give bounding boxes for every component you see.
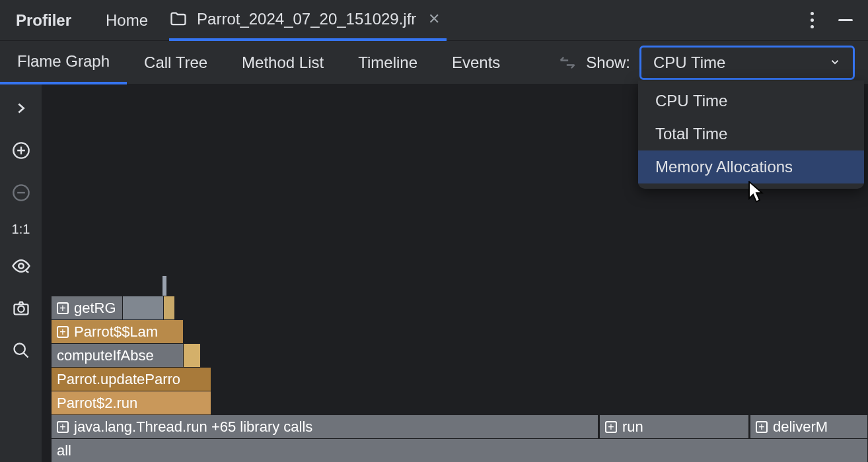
zoom-ratio-button[interactable]: 1:1 [12,222,30,237]
tab-flame-graph[interactable]: Flame Graph [0,41,127,84]
expand-icon[interactable]: + [605,421,617,433]
kebab-menu-icon[interactable] [805,11,819,30]
file-tab-label: Parrot_2024_07_20_151029.jfr [197,10,416,28]
mouse-cursor-icon [748,181,765,206]
file-tab[interactable]: Parrot_2024_07_20_151029.jfr ✕ [169,0,447,41]
flame-bar[interactable]: +run [600,414,749,438]
camera-icon[interactable] [8,295,34,321]
flame-bar-label: java.lang.Thread.run +65 library calls [74,418,312,436]
view-tabbar: Flame Graph Call Tree Method List Timeli… [0,41,868,84]
flame-bar[interactable]: +getRG [52,296,123,319]
flame-bar-label: computeIfAbse [57,347,154,364]
expand-right-icon[interactable] [8,95,34,121]
tab-method-list[interactable]: Method List [225,41,341,84]
flame-bar-label: Parrot$$Lam [74,323,158,341]
expand-icon[interactable]: + [57,421,69,433]
expand-icon[interactable]: + [57,302,69,314]
flame-bar-label: Parrot$2.run [57,395,137,412]
flame-bar-label: run [622,418,643,436]
flame-bar-label: Parrot.updateParro [57,371,180,388]
search-icon[interactable] [8,337,34,364]
svg-point-5 [14,344,24,354]
tab-timeline[interactable]: Timeline [341,41,435,84]
swap-icon[interactable] [554,50,581,76]
flame-bar[interactable] [164,296,175,319]
flame-bar-label: getRG [74,300,116,317]
show-selector-wrap: Show: CPU Time [586,46,855,80]
folder-icon [169,10,188,28]
show-option-memory-allocations[interactable]: Memory Allocations [638,150,864,183]
tab-events[interactable]: Events [435,41,517,84]
flame-bar[interactable]: Parrot$2.run [52,391,211,414]
flame-bar[interactable]: +Parrot$$Lam [52,319,184,343]
flame-bar[interactable]: all [52,438,868,462]
titlebar: Profiler Home Parrot_2024_07_20_151029.j… [0,0,868,41]
show-label: Show: [586,53,630,72]
home-tab[interactable]: Home [99,11,155,30]
flame-bar[interactable] [123,296,164,319]
flame-bar[interactable]: computeIfAbse [52,343,184,367]
svg-point-4 [18,306,24,312]
chevron-down-icon [829,53,841,72]
minimize-button[interactable] [836,11,855,30]
tab-call-tree[interactable]: Call Tree [127,41,225,84]
flame-bar-label: deliverM [773,418,828,436]
show-option-cpu-time[interactable]: CPU Time [638,84,864,117]
flame-bar-label: all [57,442,71,459]
flame-marker [163,276,166,296]
eye-icon[interactable] [8,253,34,279]
flame-bar[interactable] [184,343,201,367]
expand-icon[interactable]: + [756,421,768,433]
flame-bar[interactable]: +deliverM [750,414,868,438]
expand-icon[interactable]: + [57,326,69,338]
app-title: Profiler [16,11,71,30]
zoom-out-icon[interactable] [8,180,34,206]
svg-point-2 [18,263,24,269]
show-dropdown: CPU Time Total Time Memory Allocations [638,81,864,189]
flame-bar[interactable]: Parrot.updateParro [52,367,211,391]
left-toolbar: 1:1 [0,84,42,462]
titlebar-actions [805,11,855,30]
flame-bar[interactable]: +java.lang.Thread.run +65 library calls [52,414,598,438]
show-option-total-time[interactable]: Total Time [638,117,864,150]
close-icon[interactable]: ✕ [425,11,443,28]
show-select[interactable]: CPU Time [639,46,855,80]
zoom-in-icon[interactable] [8,137,34,164]
show-select-value: CPU Time [653,53,725,72]
